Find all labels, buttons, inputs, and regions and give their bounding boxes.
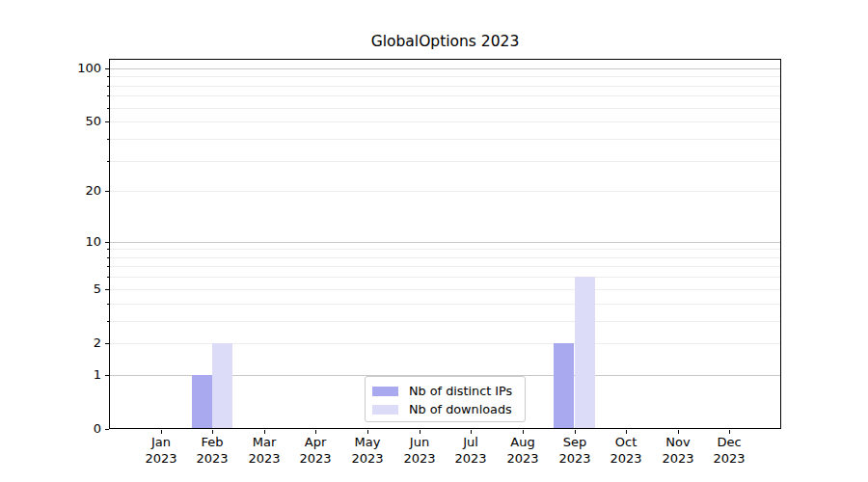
gridline-minor	[110, 257, 780, 258]
x-tick	[264, 430, 265, 434]
x-tick-label: Aug 2023	[494, 435, 552, 467]
x-tick	[626, 430, 627, 434]
gridline-minor	[110, 304, 780, 305]
y-minor-tick	[107, 277, 109, 278]
gridline-minor	[110, 249, 780, 250]
y-tick-label: 50	[59, 115, 101, 128]
gridline-minor	[110, 108, 780, 109]
y-minor-tick	[107, 86, 109, 87]
y-tick-label: 100	[59, 62, 101, 75]
plot-area	[109, 59, 781, 429]
gridline-minor	[110, 95, 780, 96]
y-minor-tick	[107, 139, 109, 140]
y-tick-label: 1	[59, 368, 101, 382]
gridline-minor	[110, 289, 780, 290]
gridline-minor	[110, 161, 780, 162]
y-tick-label: 0	[59, 422, 101, 436]
gridline-minor	[110, 76, 780, 77]
x-tick-label: Mar 2023	[235, 435, 293, 467]
gridline-major	[110, 68, 780, 69]
gridline-minor	[110, 139, 780, 140]
y-minor-tick	[107, 76, 109, 77]
x-tick-label: Dec 2023	[700, 435, 758, 467]
x-tick	[420, 430, 420, 434]
x-tick-label: May 2023	[339, 435, 396, 467]
x-tick	[575, 430, 576, 434]
gridline-minor	[110, 343, 780, 344]
y-tick	[105, 242, 109, 243]
x-tick-label: Apr 2023	[286, 435, 344, 467]
x-tick	[212, 430, 213, 434]
x-tick	[678, 430, 679, 434]
x-tick-label: Jun 2023	[391, 435, 448, 467]
legend-item-downloads: Nb of downloads	[372, 400, 525, 418]
y-tick	[105, 191, 109, 192]
y-tick	[105, 429, 109, 430]
y-tick-label: 2	[59, 336, 101, 350]
x-tick	[161, 430, 162, 434]
bar-distinct-ips	[554, 343, 574, 429]
x-tick	[367, 430, 368, 434]
y-minor-tick	[107, 304, 109, 305]
x-tick	[729, 430, 730, 434]
y-tick	[105, 121, 109, 122]
x-tick-label: Feb 2023	[183, 435, 241, 467]
y-minor-tick	[107, 257, 109, 258]
gridline-minor	[110, 266, 780, 267]
gridline-minor	[110, 321, 780, 322]
x-tick-label: Jan 2023	[132, 435, 190, 467]
y-tick	[105, 289, 109, 290]
bar-downloads	[212, 343, 232, 429]
gridline-minor	[110, 121, 780, 122]
gridline-minor	[110, 277, 780, 278]
legend-item-distinct-ips: Nb of distinct IPs	[372, 382, 525, 400]
y-tick	[105, 68, 109, 69]
legend-swatch-downloads	[372, 405, 398, 415]
legend: Nb of distinct IPs Nb of downloads	[365, 376, 526, 422]
y-minor-tick	[107, 161, 109, 162]
x-tick	[471, 430, 472, 434]
chart-title: GlobalOptions 2023	[109, 33, 781, 50]
y-tick	[105, 375, 109, 376]
bar-distinct-ips	[192, 375, 212, 429]
figure: GlobalOptions 2023 0125102050100Jan 2023…	[0, 0, 868, 482]
x-tick-label: Jul 2023	[442, 435, 500, 467]
x-tick-label: Nov 2023	[649, 435, 707, 467]
y-tick-label: 20	[59, 184, 101, 198]
y-tick-label: 10	[59, 235, 101, 249]
y-tick	[105, 343, 109, 344]
x-tick-label: Sep 2023	[546, 435, 604, 467]
y-minor-tick	[107, 249, 109, 250]
y-minor-tick	[107, 108, 109, 109]
x-tick	[315, 430, 316, 434]
y-minor-tick	[107, 266, 109, 267]
x-tick-label: Oct 2023	[597, 435, 655, 467]
legend-label-downloads: Nb of downloads	[409, 402, 512, 416]
gridline-minor	[110, 191, 780, 192]
x-tick	[523, 430, 524, 434]
y-tick-label: 5	[59, 282, 101, 296]
bar-downloads	[575, 277, 595, 429]
legend-label-distinct-ips: Nb of distinct IPs	[409, 384, 512, 398]
gridline-major	[110, 242, 780, 243]
y-minor-tick	[107, 321, 109, 322]
y-minor-tick	[107, 95, 109, 96]
legend-swatch-distinct-ips	[372, 387, 398, 396]
gridline-minor	[110, 86, 780, 87]
